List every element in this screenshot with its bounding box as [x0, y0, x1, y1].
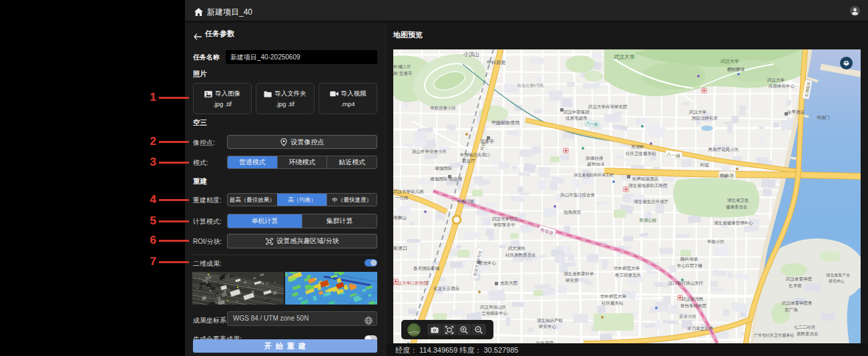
svg-text:武大测绘: 武大测绘: [507, 246, 526, 251]
svg-text:中国电信街道口: 中国电信街道口: [460, 152, 491, 158]
svg-text:健康委员会: 健康委员会: [726, 204, 748, 210]
svg-text:武汉中部集团: 武汉中部集团: [563, 110, 590, 115]
svg-text:洪山许遥口综合体: 洪山许遥口综合体: [560, 192, 596, 198]
svg-text:添城自强: 添城自强: [586, 156, 604, 161]
svg-text:市政宿舍小区: 市政宿舍小区: [430, 106, 457, 111]
svg-text:营务亭: 营务亭: [480, 139, 494, 144]
svg-text:春天国际影城: 春天国际影城: [413, 266, 440, 271]
svg-text:东湖村: 东湖村: [631, 144, 644, 150]
svg-text:小洪山: 小洪山: [463, 51, 479, 57]
svg-text:武汉大学高等研究院: 武汉大学高等研究院: [588, 104, 628, 110]
svg-text:瑜伽国际·勤业城: 瑜伽国际·勤业城: [430, 176, 462, 182]
svg-text:瑜伽国际: 瑜伽国际: [435, 166, 453, 171]
svg-text:武汉体育学院奥: 武汉体育学院奥: [781, 301, 813, 306]
svg-text:研究中心: 研究中心: [538, 324, 557, 329]
svg-text:湖北体育产业: 湖北体育产业: [826, 273, 850, 278]
svg-text:融科珞瑜: 融科珞瑜: [680, 256, 698, 262]
svg-text:国际法研究所: 国际法研究所: [692, 116, 718, 121]
svg-text:教工宿舍北区: 教工宿舍北区: [615, 273, 642, 278]
svg-text:湖北省教育科学: 湖北省教育科学: [564, 271, 594, 277]
svg-text:湖北省地质职工医院: 湖北省地质职工医院: [628, 183, 668, 188]
svg-text:园·宝通寺: 园·宝通寺: [393, 71, 413, 75]
svg-text:武汉大学: 武汉大学: [614, 54, 635, 60]
svg-text:东湖公园: 东湖公园: [639, 218, 656, 222]
svg-text:武汉大学: 武汉大学: [688, 110, 707, 115]
svg-text:时促: 时促: [700, 162, 710, 168]
svg-text:长城口岸: 长城口岸: [393, 64, 411, 69]
svg-text:营业厅: 营业厅: [462, 158, 475, 164]
svg-text:艺术馆: 艺术馆: [788, 283, 802, 289]
svg-text:全季酒店: 全季酒店: [787, 110, 805, 115]
svg-text:汉口银行洪山支行: 汉口银行洪山支行: [668, 281, 704, 286]
svg-text:武汉大学口腔医院: 武汉大学口腔医院: [393, 281, 429, 286]
svg-text:民政厅花苑小区: 民政厅花苑小区: [708, 147, 739, 152]
svg-text:湖北省生态环境厅: 湖北省生态环境厅: [634, 199, 669, 204]
svg-text:市政小区: 市政小区: [707, 239, 725, 244]
svg-text:华中师范大学: 华中师范大学: [600, 294, 627, 299]
svg-text:广埠屯社区卫生服务站: 广埠屯社区卫生服务站: [754, 333, 794, 338]
svg-text:湖北省健康管理中心: 湖北省健康管理中心: [714, 220, 753, 226]
svg-text:樱园樱顶: 樱园樱顶: [727, 67, 745, 71]
svg-text:一分园: 一分园: [395, 195, 409, 200]
svg-text:武汉大学: 武汉大学: [767, 77, 785, 83]
svg-text:洪山中学宿舍小区: 洪山中学宿舍小区: [412, 149, 447, 154]
svg-text:学部警务亭: 学部警务亭: [493, 222, 515, 228]
svg-text:七二二社区: 七二二社区: [793, 325, 816, 329]
svg-text:武汉市洪山区: 武汉市洪山区: [479, 305, 507, 310]
svg-text:武汉张湾民: 武汉张湾民: [681, 297, 704, 302]
svg-text:群光中心: 群光中心: [479, 260, 497, 266]
svg-text:光彩大院: 光彩大院: [500, 281, 518, 286]
svg-text:优居宅超市: 优居宅超市: [566, 116, 588, 121]
svg-text:研究所: 研究所: [565, 278, 579, 283]
svg-text:珞狮山: 珞狮山: [393, 215, 407, 220]
svg-text:社区卫生服务站: 社区卫生服务站: [626, 151, 656, 156]
svg-text:艺龙安云酒店: 艺龙安云酒店: [433, 286, 460, 291]
svg-text:武汉大学: 武汉大学: [720, 59, 739, 64]
svg-text:武汉大学信息: 武汉大学信息: [491, 216, 519, 222]
svg-text:湖北省卫生: 湖北省卫生: [727, 198, 749, 203]
svg-text:街道口: 街道口: [393, 246, 407, 251]
svg-text:社区服务站: 社区服务站: [602, 301, 624, 306]
svg-text:华中师范大学: 华中师范大学: [614, 266, 640, 271]
svg-text:武汉大学幼儿园: 武汉大学幼儿园: [393, 189, 424, 194]
svg-text:恒海商贸: 恒海商贸: [563, 210, 581, 215]
svg-text:武汉体育学院: 武汉体育学院: [785, 277, 813, 282]
svg-text:居民委员会: 居民委员会: [797, 331, 819, 337]
svg-text:中国邮政信局: 中国邮政信局: [491, 120, 519, 126]
svg-text:安卓小区: 安卓小区: [679, 314, 697, 319]
svg-text:湖北知识产权: 湖北知识产权: [537, 318, 564, 323]
svg-text:超市no.6: 超市no.6: [587, 162, 604, 167]
svg-text:湖北省地勘和环保工程: 湖北省地勘和环保工程: [574, 172, 614, 178]
svg-text:有家: 有家: [719, 174, 728, 178]
svg-text:书香门第: 书香门第: [457, 199, 475, 204]
svg-text:土地储备中心: 土地储备中心: [481, 311, 508, 316]
svg-text:骨伤专科医院: 骨伤专科医院: [680, 303, 707, 309]
svg-text:轨道交通5号线: 轨道交通5号线: [517, 83, 544, 87]
svg-text:中科新苑: 中科新苑: [487, 59, 505, 65]
svg-text:珞珈门: 珞珈门: [817, 115, 830, 120]
svg-text:研究中心: 研究中心: [829, 279, 845, 284]
svg-text:星广场: 星广场: [785, 307, 798, 313]
svg-text:社区居民委员会: 社区居民委员会: [505, 252, 536, 258]
svg-text:卓刀泉立交桥: 卓刀泉立交桥: [687, 326, 714, 331]
svg-text:松声凯瑞酒店: 松声凯瑞酒店: [632, 176, 659, 182]
svg-text:高级研究中心: 高级研究中心: [769, 83, 795, 89]
svg-text:中心t1写字楼: 中心t1写字楼: [677, 263, 702, 268]
